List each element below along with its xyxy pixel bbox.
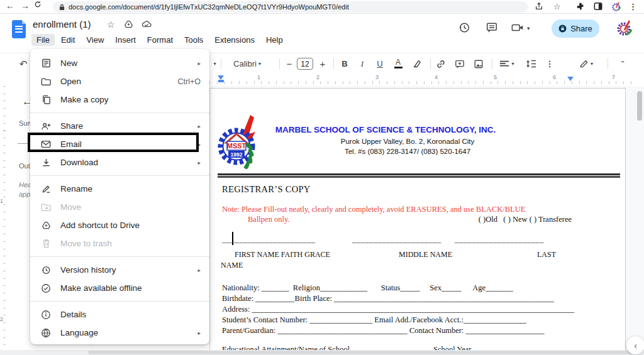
menu-view[interactable]: View (81, 34, 109, 46)
browser-back-icon[interactable]: ← (4, 1, 16, 11)
editing-mode-button[interactable]: ▾ (574, 57, 599, 71)
field-address-line[interactable]: Address: _______________________________… (222, 305, 574, 314)
font-family-value: Calibri (233, 59, 257, 68)
toolbar-separator (279, 58, 280, 69)
menu-item-open[interactable]: Open Ctrl+O (30, 72, 209, 90)
text-color-button[interactable]: A (391, 57, 405, 71)
menu-item-version-history[interactable]: Version history ▸ (30, 261, 209, 279)
styles-dropdown-caret-icon[interactable]: ▾ (210, 57, 218, 71)
school-telephone[interactable]: Tel. #s (083) 228-3147/ (083) 520-1647 (345, 148, 470, 155)
menu-format[interactable]: Format (142, 34, 178, 46)
google-docs-logo[interactable] (12, 20, 26, 38)
first-name-line[interactable]: ______________________ (222, 235, 316, 244)
field-guardian-line[interactable]: Parent/Guardian: _______________________… (222, 326, 544, 336)
menu-insert[interactable]: Insert (110, 34, 141, 46)
globe-icon (40, 327, 52, 339)
first-name-label[interactable]: FIRST NAME FAITH GRACE (235, 250, 330, 259)
registrar-copy-heading[interactable]: REGISTRAR’S COPY (222, 184, 311, 195)
document-page[interactable]: MSST 1992 MARBEL SCHOOL OF SCIENCE & TEC… (209, 88, 626, 355)
add-comment-button[interactable] (453, 57, 467, 71)
underline-button[interactable]: U (374, 57, 386, 71)
last-name-line[interactable]: _____________________ (455, 235, 544, 244)
add-shortcut-drive-icon[interactable] (124, 19, 133, 29)
url-bar[interactable]: docs.google.com/document/d/1fy1ljlEfwTxU… (53, 1, 528, 13)
meet-dropdown-caret-icon[interactable]: ▾ (527, 25, 530, 31)
school-address[interactable]: Purok Upper Valley, Bo. 2, Koronadal Cit… (341, 138, 474, 145)
drive-shortcut-icon (40, 220, 52, 231)
comments-icon[interactable] (486, 21, 498, 34)
browser-profile-avatar[interactable] (611, 1, 622, 12)
align-button[interactable]: ▾ (496, 57, 518, 71)
menu-divider (30, 175, 209, 176)
menu-item-make-available-offline[interactable]: Make available offline (30, 279, 209, 297)
menu-file[interactable]: File (31, 34, 55, 46)
menu-item-share[interactable]: Share ▸ (30, 117, 209, 135)
menu-item-new[interactable]: New ▸ (30, 54, 209, 72)
vertical-scrollbar-thumb[interactable] (637, 91, 642, 121)
bold-button[interactable]: B (338, 57, 351, 71)
menu-item-email[interactable]: Email ▸ (30, 135, 209, 153)
vertical-ruler[interactable]: 1 2 (0, 86, 6, 355)
menu-tools[interactable]: Tools (179, 34, 208, 46)
share-page-icon[interactable] (535, 2, 543, 11)
font-family-select[interactable]: Calibri▾ (226, 57, 268, 71)
hanging-indent-marker[interactable] (218, 80, 224, 82)
middle-name-line[interactable]: _____________________ (352, 235, 441, 244)
side-panel-icon[interactable] (594, 2, 602, 11)
last-name-label[interactable]: LAST (537, 250, 556, 259)
document-status-cloud-icon[interactable] (142, 19, 152, 29)
undo-button[interactable]: ↶ (16, 57, 30, 71)
menu-extensions[interactable]: Extensions (209, 34, 260, 46)
increase-font-button[interactable]: + (316, 57, 329, 71)
highlight-color-button[interactable] (410, 57, 424, 71)
menu-help[interactable]: Help (261, 34, 288, 46)
toolbar-more-kebab-icon[interactable]: ⋮ (543, 57, 556, 71)
status-checkboxes[interactable]: ( )Old ( ) New ( ) Transferee (433, 215, 572, 224)
school-name[interactable]: MARBEL SCHOOL OF SCIENCE & TECHNOLOGY, I… (275, 125, 496, 134)
insert-link-button[interactable] (434, 57, 448, 71)
menu-item-rename[interactable]: Rename (30, 180, 209, 198)
previous-page-button[interactable]: ‹ (626, 336, 644, 354)
share-button[interactable]: Share (552, 19, 599, 38)
menu-item-label: Move to trash (60, 239, 201, 248)
menu-item-label: Version history (60, 265, 189, 275)
field-birthdate-line[interactable]: Birthdate: __________Birth Place: ______… (222, 294, 554, 303)
menu-item-language[interactable]: Language ▸ (30, 324, 209, 342)
version-history-icon[interactable] (458, 21, 470, 34)
copy-icon (40, 94, 52, 106)
middle-name-label[interactable]: MIDDLE NAME (399, 250, 452, 259)
menu-item-download[interactable]: Download ▸ (30, 153, 209, 172)
italic-button[interactable]: I (356, 57, 369, 71)
star-document-icon[interactable]: ☆ (107, 19, 115, 30)
submenu-arrow-icon: ▸ (197, 267, 201, 273)
note-line-2[interactable]: Ballpen only. (248, 215, 290, 224)
account-avatar[interactable] (616, 19, 635, 38)
extensions-puzzle-icon[interactable] (576, 2, 585, 11)
document-title[interactable]: enrollment (1) (33, 19, 91, 30)
left-indent-marker[interactable] (218, 75, 224, 80)
browser-forward-icon[interactable]: → (19, 1, 31, 11)
menu-item-shortcut: Ctrl+O (178, 77, 201, 86)
insert-image-button[interactable] (472, 57, 486, 71)
menu-item-make-a-copy[interactable]: Make a copy (30, 90, 209, 109)
share-lock-icon (558, 25, 567, 33)
horizontal-scrollbar[interactable] (0, 350, 644, 355)
menu-item-add-shortcut-to-drive[interactable]: Add shortcut to Drive (30, 216, 209, 234)
menu-edit[interactable]: Edit (56, 34, 80, 46)
line-spacing-button[interactable] (523, 57, 538, 71)
field-nationality-line[interactable]: Nationality: _______ Religion___________… (222, 283, 513, 293)
browser-reload-icon[interactable] (34, 1, 47, 8)
url-text: docs.google.com/document/d/1fy1ljlEfwTxU… (69, 3, 349, 11)
browser-menu-kebab-icon[interactable]: ⋮ (629, 2, 637, 11)
field-contact-line[interactable]: Student’s Contact Number: ______________… (222, 315, 526, 325)
font-size-input[interactable]: 12 (297, 57, 313, 71)
collapse-toolbar-button[interactable]: ⌃ (615, 57, 630, 71)
last-name-label-wrap[interactable]: NAME (221, 261, 243, 270)
bookmark-star-icon[interactable]: ☆ (553, 2, 561, 11)
note-line-1[interactable]: Note: Please Fill-out neatly, clearly an… (222, 205, 525, 214)
menu-item-details[interactable]: Details (30, 305, 209, 324)
decrease-font-button[interactable]: − (283, 57, 296, 71)
meet-video-icon[interactable] (511, 21, 525, 34)
horizontal-scrollbar-thumb[interactable] (88, 351, 633, 354)
right-indent-marker[interactable] (567, 77, 574, 81)
